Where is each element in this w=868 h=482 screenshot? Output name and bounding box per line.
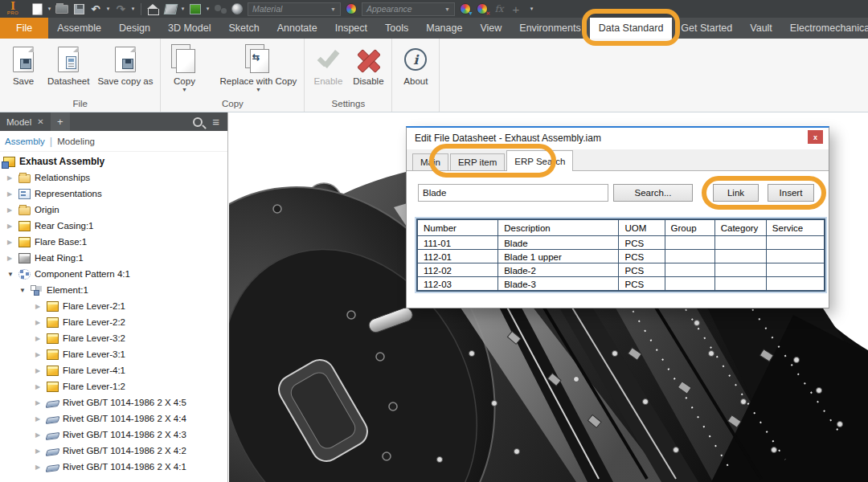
tree-item-representations[interactable]: ▶Representations <box>0 186 227 202</box>
tab-assemble[interactable]: Assemble <box>48 18 110 39</box>
tab-environments[interactable]: Environments <box>510 18 589 39</box>
appearance-select[interactable]: Appearance ▼ <box>362 2 455 16</box>
col-group[interactable]: Group <box>665 220 714 236</box>
tab-view[interactable]: View <box>471 18 510 39</box>
tree-item-flare-lever[interactable]: ▶Flare Lever-1:2 <box>0 378 227 394</box>
chevron-right-icon[interactable]: ▶ <box>35 367 46 374</box>
chevron-right-icon[interactable]: ▶ <box>7 239 18 246</box>
tab-electromechanical[interactable]: Electromechanical <box>781 18 868 39</box>
tree-item-flare-lever[interactable]: ▶Flare Lever-3:1 <box>0 346 227 362</box>
chevron-right-icon[interactable]: ▶ <box>35 319 46 326</box>
chevron-right-icon[interactable]: ▶ <box>35 399 46 406</box>
home-view-button[interactable] <box>145 1 162 17</box>
browser-search-icon[interactable] <box>193 117 203 127</box>
col-number[interactable]: Number <box>418 220 498 236</box>
chevron-right-icon[interactable]: ▶ <box>7 174 18 182</box>
tab-file[interactable]: File <box>0 18 48 39</box>
new-file-caret-icon[interactable]: ▾ <box>46 6 53 12</box>
chevron-down-icon[interactable]: ▼ <box>7 271 18 278</box>
chevron-right-icon[interactable]: ▶ <box>7 190 18 198</box>
tab-get-started[interactable]: Get Started <box>672 18 741 39</box>
tree-item-rivet[interactable]: ▶Rivet GB/T 1014-1986 2 X 4:1 <box>0 459 227 475</box>
tab-manage[interactable]: Manage <box>417 18 471 39</box>
dialog-tab-erp-item[interactable]: ERP item <box>450 153 505 170</box>
tab-annotate[interactable]: Annotate <box>268 18 326 39</box>
table-row[interactable]: 112-02Blade-2PCS <box>418 263 825 277</box>
chevron-right-icon[interactable]: ▶ <box>35 464 46 471</box>
replace-caret-icon[interactable]: ▼ <box>256 87 261 93</box>
col-service[interactable]: Service <box>766 220 824 236</box>
chevron-right-icon[interactable]: ▶ <box>35 303 46 310</box>
dialog-tab-erp-search[interactable]: ERP Search <box>506 150 573 171</box>
browser-menu-icon[interactable]: ≡ <box>212 115 219 129</box>
disable-button[interactable]: Disable <box>348 40 388 87</box>
assembly-link[interactable]: Assembly <box>5 137 45 146</box>
copy-button[interactable]: Copy ▼ <box>164 40 204 93</box>
clear-appearance-button[interactable]: ✕ <box>474 1 490 17</box>
chevron-right-icon[interactable]: ▶ <box>7 206 18 214</box>
material-browser-button[interactable] <box>229 1 245 17</box>
material-select[interactable]: Material ▼ <box>248 2 341 16</box>
modeling-link[interactable]: Modeling <box>57 137 95 146</box>
chevron-right-icon[interactable]: ▶ <box>7 255 18 262</box>
erp-search-input[interactable] <box>418 184 608 202</box>
chevron-right-icon[interactable]: ▶ <box>35 335 46 342</box>
insert-button[interactable]: Insert <box>768 184 814 202</box>
tree-item-component-pattern[interactable]: ▼Component Pattern 4:1 <box>0 266 227 282</box>
save-copy-as-button[interactable]: Save copy as <box>93 40 157 87</box>
col-description[interactable]: Description <box>498 220 619 236</box>
shaded-view-caret-icon[interactable]: ▾ <box>179 6 186 12</box>
tree-item-origin[interactable]: ▶Origin <box>0 202 227 218</box>
tree-item-root[interactable]: Exhaust Assembly <box>0 153 227 170</box>
chevron-right-icon[interactable]: ▶ <box>35 415 46 423</box>
tab-data-standard[interactable]: Data Standard <box>590 18 673 39</box>
tab-vault[interactable]: Vault <box>741 18 781 39</box>
tab-sketch[interactable]: Sketch <box>219 18 268 39</box>
undo-button[interactable]: ↶ <box>88 1 104 17</box>
tab-3d-model[interactable]: 3D Model <box>159 18 220 39</box>
save-quick-button[interactable] <box>71 1 87 17</box>
tree-item-rivet[interactable]: ▶Rivet GB/T 1014-1986 2 X 4:2 <box>0 443 227 459</box>
datasheet-button[interactable]: Datasheet <box>43 40 93 87</box>
selection-filter-caret-icon[interactable]: ▾ <box>204 6 211 12</box>
col-category[interactable]: Category <box>714 220 766 236</box>
adjust-appearance-button[interactable]: ▼ <box>457 1 473 17</box>
chevron-right-icon[interactable]: ▶ <box>35 447 46 455</box>
dialog-close-button[interactable]: x <box>808 130 823 144</box>
tree-item-flare-base[interactable]: ▶Flare Base:1 <box>0 234 227 250</box>
search-button[interactable]: Search... <box>613 184 693 202</box>
tree-item-flare-lever[interactable]: ▶Flare Lever-2:2 <box>0 314 227 330</box>
tab-inspect[interactable]: Inspect <box>326 18 376 39</box>
save-button[interactable]: Save <box>3 40 43 87</box>
table-row[interactable]: 112-03Blade-3PCS <box>418 277 825 291</box>
chevron-right-icon[interactable]: ▶ <box>35 351 46 358</box>
new-file-button[interactable] <box>29 1 45 17</box>
selection-filter-button[interactable] <box>187 1 203 17</box>
shaded-view-button[interactable] <box>162 1 178 17</box>
chevron-down-icon[interactable]: ▼ <box>19 287 30 294</box>
tree-item-rear-casing[interactable]: ▶Rear Casing:1 <box>0 218 227 234</box>
tree-item-rivet[interactable]: ▶Rivet GB/T 1014-1986 2 X 4:4 <box>0 411 227 427</box>
tree-item-rivet[interactable]: ▶Rivet GB/T 1014-1986 2 X 4:5 <box>0 394 227 411</box>
appearance-wheel-button[interactable] <box>343 1 359 17</box>
col-uom[interactable]: UOM <box>619 220 665 236</box>
table-row[interactable]: 112-01Blade 1 upperPCS <box>418 250 825 263</box>
dialog-tab-main[interactable]: Main <box>412 153 448 170</box>
about-button[interactable]: i About <box>395 40 436 87</box>
link-button[interactable]: Link <box>713 184 759 202</box>
tree-item-rivet[interactable]: ▶Rivet GB/T 1014-1986 2 X 4:3 <box>0 427 227 443</box>
tree-item-element[interactable]: ▼Element:1 <box>0 282 227 298</box>
chevron-right-icon[interactable]: ▶ <box>35 383 46 390</box>
tree-item-flare-lever[interactable]: ▶Flare Lever-4:1 <box>0 362 227 378</box>
tree-item-flare-lever[interactable]: ▶Flare Lever-3:2 <box>0 330 227 346</box>
tree-item-relationships[interactable]: ▶Relationships <box>0 170 227 186</box>
browser-tab-close-icon[interactable]: ✕ <box>37 117 43 126</box>
chevron-right-icon[interactable]: ▶ <box>35 431 46 439</box>
tree-item-flare-lever[interactable]: ▶Flare Lever-2:1 <box>0 298 227 314</box>
tab-design[interactable]: Design <box>110 18 159 39</box>
tab-tools[interactable]: Tools <box>376 18 417 39</box>
chevron-right-icon[interactable]: ▶ <box>7 223 18 230</box>
browser-tab-model[interactable]: Model ✕ <box>0 112 51 131</box>
browser-add-tab-button[interactable]: + <box>51 112 70 131</box>
copy-caret-icon[interactable]: ▼ <box>182 87 187 93</box>
